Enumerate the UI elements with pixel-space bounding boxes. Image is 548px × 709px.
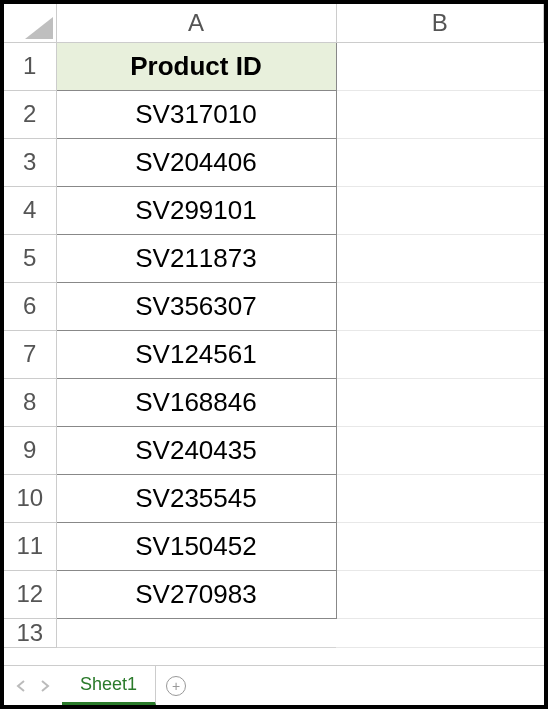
cell-B1[interactable] — [336, 42, 544, 90]
select-all-corner[interactable] — [4, 4, 56, 42]
cell-A9[interactable]: SV240435 — [56, 426, 336, 474]
row-header-8[interactable]: 8 — [4, 378, 56, 426]
cell-A4[interactable]: SV299101 — [56, 186, 336, 234]
sheet-tab-active[interactable]: Sheet1 — [62, 666, 156, 705]
cell-B4[interactable] — [336, 186, 544, 234]
cell-A7[interactable]: SV124561 — [56, 330, 336, 378]
cell-A10[interactable]: SV235545 — [56, 474, 336, 522]
row-header-9[interactable]: 9 — [4, 426, 56, 474]
tab-nav-group — [4, 666, 62, 705]
cell-A2[interactable]: SV317010 — [56, 90, 336, 138]
column-header-B[interactable]: B — [336, 4, 544, 42]
plus-icon: + — [166, 676, 186, 696]
row-header-2[interactable]: 2 — [4, 90, 56, 138]
cell-B10[interactable] — [336, 474, 544, 522]
row-header-5[interactable]: 5 — [4, 234, 56, 282]
cell-A5[interactable]: SV211873 — [56, 234, 336, 282]
cell-B12[interactable] — [336, 570, 544, 618]
row-header-13[interactable]: 13 — [4, 618, 56, 647]
row-header-11[interactable]: 11 — [4, 522, 56, 570]
cell-B8[interactable] — [336, 378, 544, 426]
cell-B3[interactable] — [336, 138, 544, 186]
tab-nav-prev-icon[interactable] — [10, 671, 32, 701]
cell-A8[interactable]: SV168846 — [56, 378, 336, 426]
cell-B6[interactable] — [336, 282, 544, 330]
cell-A13[interactable] — [56, 618, 336, 647]
row-header-7[interactable]: 7 — [4, 330, 56, 378]
column-header-A[interactable]: A — [56, 4, 336, 42]
cell-A12[interactable]: SV270983 — [56, 570, 336, 618]
select-all-triangle-icon — [25, 17, 53, 39]
cell-B5[interactable] — [336, 234, 544, 282]
row-header-1[interactable]: 1 — [4, 42, 56, 90]
cell-B13[interactable] — [336, 618, 544, 647]
row-header-6[interactable]: 6 — [4, 282, 56, 330]
cell-A3[interactable]: SV204406 — [56, 138, 336, 186]
spreadsheet-grid[interactable]: A B 1 Product ID 2 SV317010 3 SV204406 4… — [4, 4, 544, 665]
cell-A11[interactable]: SV150452 — [56, 522, 336, 570]
row-header-10[interactable]: 10 — [4, 474, 56, 522]
cell-A6[interactable]: SV356307 — [56, 282, 336, 330]
cell-B11[interactable] — [336, 522, 544, 570]
row-header-3[interactable]: 3 — [4, 138, 56, 186]
tab-nav-next-icon[interactable] — [34, 671, 56, 701]
cell-B7[interactable] — [336, 330, 544, 378]
sheet-tab-bar: Sheet1 + — [4, 665, 544, 705]
cell-B9[interactable] — [336, 426, 544, 474]
add-sheet-button[interactable]: + — [156, 666, 196, 705]
row-header-12[interactable]: 12 — [4, 570, 56, 618]
cell-B2[interactable] — [336, 90, 544, 138]
row-header-4[interactable]: 4 — [4, 186, 56, 234]
cell-A1[interactable]: Product ID — [56, 42, 336, 90]
